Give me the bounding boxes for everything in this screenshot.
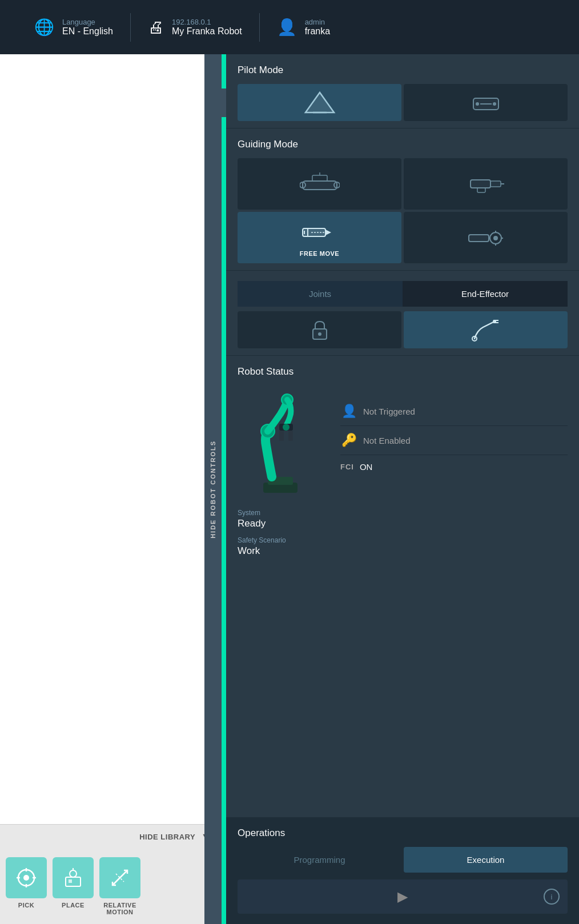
end-effector-tab[interactable]: End-Effector bbox=[403, 281, 568, 307]
svg-rect-6 bbox=[66, 877, 81, 886]
sidebar-label: HIDE ROBOT CONTROLS bbox=[210, 440, 216, 539]
joints-mode-buttons bbox=[238, 311, 568, 348]
trigger-status: Not Triggered bbox=[363, 407, 415, 416]
joints-tab[interactable]: Joints bbox=[238, 281, 403, 307]
play-button[interactable]: ▶ bbox=[397, 889, 408, 905]
ip-label: 192.168.0.1 bbox=[172, 18, 242, 26]
enable-status: Not Enabled bbox=[363, 436, 411, 445]
guiding-btn-4[interactable] bbox=[404, 212, 568, 263]
hide-controls-sidebar[interactable]: HIDE ROBOT CONTROLS bbox=[204, 54, 222, 924]
fci-status-row: FCI ON bbox=[340, 455, 568, 479]
robot-status-inner: 👤 Not Triggered 🔑 Not Enabled FCI ON bbox=[238, 385, 568, 500]
svg-rect-29 bbox=[469, 235, 489, 242]
hide-library-bar[interactable]: HIDE LIBRARY ▼ bbox=[0, 824, 222, 849]
svg-point-8 bbox=[70, 870, 77, 877]
pick-icon bbox=[6, 857, 47, 898]
main-layout: HIDE LIBRARY ▼ PICK bbox=[0, 54, 579, 924]
guiding-btn4-icon bbox=[466, 223, 506, 252]
pilot-mode-title: Pilot Mode bbox=[238, 65, 568, 76]
place-icon bbox=[53, 857, 94, 898]
ops-play-bar: ▶ i bbox=[238, 879, 568, 914]
guiding-mode-buttons: FREE MOVE bbox=[238, 158, 568, 263]
language-section[interactable]: 🌐 Language EN - English bbox=[17, 18, 130, 37]
lock-icon bbox=[308, 319, 331, 342]
trigger-icon: 👤 bbox=[340, 404, 357, 419]
user-name: franka bbox=[305, 26, 330, 37]
enable-icon: 🔑 bbox=[340, 433, 357, 448]
arm-icon bbox=[472, 319, 500, 342]
system-info: System Ready Safety Scenario Work bbox=[238, 509, 568, 557]
operations-section: Operations Programming Execution ▶ i bbox=[226, 817, 579, 924]
programming-tab[interactable]: Programming bbox=[238, 847, 401, 873]
user-section[interactable]: 👤 admin franka bbox=[260, 18, 347, 37]
joints-section: Joints End-Effector bbox=[226, 271, 579, 355]
library-items: PICK PLACE bbox=[0, 849, 222, 924]
pick-label: PICK bbox=[18, 902, 34, 909]
library-item-place[interactable]: PLACE bbox=[53, 857, 94, 909]
robot-status-title: Robot Status bbox=[238, 366, 568, 377]
svg-point-1 bbox=[23, 875, 29, 881]
pilot-mode-btn-2[interactable] bbox=[404, 84, 568, 121]
svg-marker-12 bbox=[305, 93, 334, 113]
svg-point-49 bbox=[283, 424, 290, 431]
guiding-btn-1[interactable] bbox=[238, 158, 401, 210]
operations-tabs: Programming Execution bbox=[238, 847, 568, 873]
svg-rect-47 bbox=[279, 431, 284, 441]
left-panel: HIDE LIBRARY ▼ PICK bbox=[0, 54, 222, 924]
guiding-btn-2[interactable] bbox=[404, 158, 568, 210]
system-value: Ready bbox=[238, 518, 568, 529]
svg-point-37 bbox=[318, 332, 321, 336]
pilot-mode-section: Pilot Mode bbox=[226, 54, 579, 128]
right-panel: ▶ Pilot Mode bbox=[222, 54, 579, 924]
safety-label: Safety Scenario bbox=[238, 536, 568, 544]
pilot-btn1-icon bbox=[303, 90, 337, 115]
guiding-mode-section: Guiding Mode bbox=[226, 128, 579, 270]
safety-scenario-block: Safety Scenario Work bbox=[238, 536, 568, 557]
robot-status-info: 👤 Not Triggered 🔑 Not Enabled FCI ON bbox=[340, 385, 568, 479]
pilot-mode-btn-1[interactable] bbox=[238, 84, 401, 121]
info-button[interactable]: i bbox=[544, 889, 560, 905]
free-move-label: FREE MOVE bbox=[300, 250, 339, 257]
panel-toggle-arrow[interactable]: ▶ bbox=[222, 89, 226, 117]
language-label: Language bbox=[62, 18, 113, 26]
pilot-btn2-icon bbox=[469, 90, 503, 115]
enable-status-row: 🔑 Not Enabled bbox=[340, 426, 568, 455]
svg-line-10 bbox=[112, 870, 127, 885]
robot-section[interactable]: 🖨 192.168.0.1 My Franka Robot bbox=[131, 18, 259, 37]
globe-icon: 🌐 bbox=[34, 18, 54, 37]
guiding-btn-free-move[interactable]: FREE MOVE bbox=[238, 212, 401, 263]
system-label: System bbox=[238, 509, 568, 517]
operations-title: Operations bbox=[238, 827, 568, 839]
svg-point-17 bbox=[493, 102, 496, 106]
joints-arm-btn[interactable] bbox=[404, 311, 568, 348]
guiding-mode-title: Guiding Mode bbox=[238, 139, 568, 150]
relative-motion-label: RELATIVE MOTION bbox=[103, 902, 136, 915]
robot-icon: 🖨 bbox=[148, 18, 164, 37]
execution-tab[interactable]: Execution bbox=[404, 847, 568, 873]
svg-rect-7 bbox=[69, 879, 72, 883]
library-item-pick[interactable]: PICK bbox=[6, 857, 47, 909]
hide-library-label: HIDE LIBRARY bbox=[139, 833, 195, 841]
play-icon: ▶ bbox=[397, 889, 408, 904]
svg-point-16 bbox=[476, 102, 479, 106]
svg-rect-24 bbox=[490, 181, 501, 187]
library-item-relative-motion[interactable]: RELATIVE MOTION bbox=[99, 857, 140, 915]
free-move-icon bbox=[300, 218, 340, 247]
robot-status-section: Robot Status bbox=[226, 356, 579, 567]
safety-value: Work bbox=[238, 545, 568, 557]
pilot-mode-buttons bbox=[238, 84, 568, 121]
place-label: PLACE bbox=[62, 902, 85, 909]
robot-name: My Franka Robot bbox=[172, 26, 242, 37]
robot-arm-svg bbox=[246, 388, 320, 497]
header: 🌐 Language EN - English 🖨 192.168.0.1 My… bbox=[0, 0, 579, 54]
user-icon: 👤 bbox=[277, 18, 297, 37]
user-role: admin bbox=[305, 18, 330, 26]
fci-label: FCI bbox=[340, 463, 354, 471]
svg-rect-18 bbox=[303, 181, 337, 190]
joints-lock-btn[interactable] bbox=[238, 311, 401, 348]
fci-value: ON bbox=[360, 462, 373, 472]
system-status-block: System Ready bbox=[238, 509, 568, 529]
joints-tabs: Joints End-Effector bbox=[238, 281, 568, 307]
svg-rect-23 bbox=[471, 180, 490, 188]
svg-rect-48 bbox=[288, 431, 293, 441]
